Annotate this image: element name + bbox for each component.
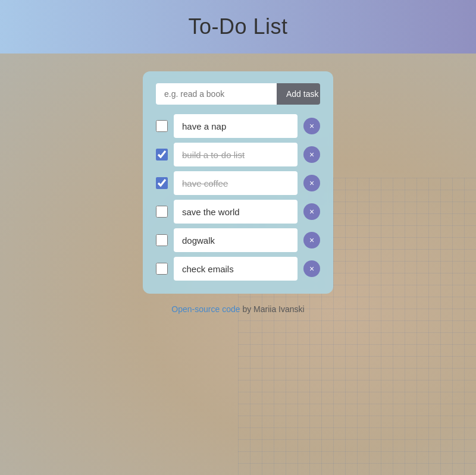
todo-list: have a nap×build a to-do list×have coffe… [156, 114, 320, 281]
list-item: build a to-do list× [156, 143, 320, 166]
task-text: dogwalk [174, 228, 298, 252]
task-checkbox[interactable] [156, 263, 168, 275]
task-checkbox[interactable] [156, 177, 168, 189]
list-item: dogwalk× [156, 228, 320, 252]
delete-task-button[interactable]: × [303, 118, 320, 134]
task-text: have coffee [174, 171, 298, 195]
task-text: check emails [174, 257, 298, 281]
main-content: Add task have a nap×build a to-do list×h… [0, 54, 476, 314]
header: To-Do List [0, 0, 476, 54]
delete-task-button[interactable]: × [303, 260, 320, 277]
open-source-link[interactable]: Open-source code [171, 304, 240, 314]
task-checkbox[interactable] [156, 149, 168, 161]
footer-suffix: by Mariia Ivanski [240, 304, 305, 314]
delete-task-button[interactable]: × [303, 146, 320, 163]
task-text: build a to-do list [174, 143, 298, 166]
task-checkbox[interactable] [156, 120, 168, 132]
list-item: save the world× [156, 200, 320, 224]
task-input[interactable] [156, 83, 277, 105]
footer: Open-source code by Mariia Ivanski [171, 304, 304, 314]
delete-task-button[interactable]: × [303, 203, 320, 220]
add-task-button[interactable]: Add task [277, 83, 320, 105]
task-text: save the world [174, 200, 298, 224]
list-item: have a nap× [156, 114, 320, 138]
page-title: To-Do List [188, 14, 287, 39]
list-item: check emails× [156, 257, 320, 281]
list-item: have coffee× [156, 171, 320, 195]
add-task-row: Add task [156, 83, 320, 105]
task-checkbox[interactable] [156, 234, 168, 246]
delete-task-button[interactable]: × [303, 232, 320, 248]
delete-task-button[interactable]: × [303, 175, 320, 191]
todo-card: Add task have a nap×build a to-do list×h… [143, 71, 333, 294]
task-checkbox[interactable] [156, 206, 168, 218]
task-text: have a nap [174, 114, 298, 138]
